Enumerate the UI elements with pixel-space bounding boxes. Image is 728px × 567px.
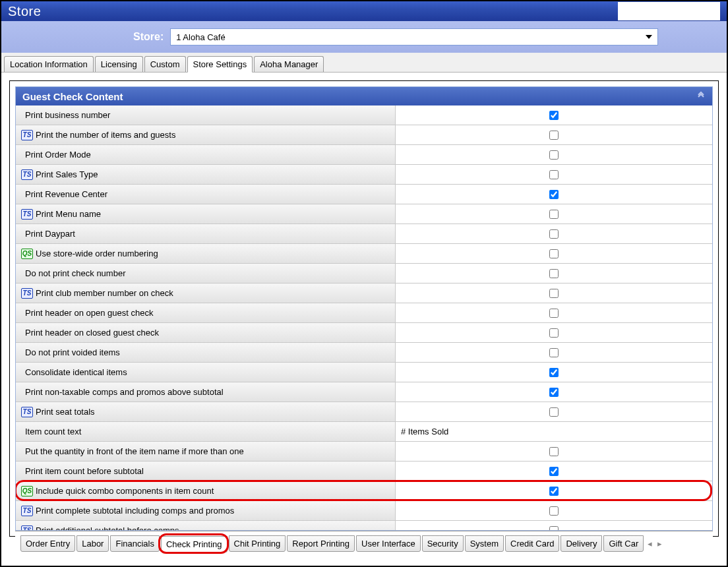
setting-value-cell — [396, 165, 712, 184]
tab-scroll-left-icon[interactable]: ◂ — [645, 539, 655, 549]
bottom-tab-check-printing[interactable]: Check Printing — [161, 536, 228, 552]
setting-label-cell: TSPrint the number of items and guests — [16, 125, 396, 144]
setting-row: Print Revenue Center — [16, 185, 712, 204]
setting-row: Do not print voided items — [16, 343, 712, 363]
top-tabbar: Location InformationLicensingCustomStore… — [1, 53, 727, 73]
setting-checkbox[interactable] — [549, 526, 559, 531]
setting-checkbox[interactable] — [549, 407, 559, 417]
setting-checkbox[interactable] — [549, 229, 559, 239]
setting-checkbox[interactable] — [549, 328, 559, 338]
setting-value-cell — [396, 402, 712, 421]
setting-value-cell — [396, 382, 712, 402]
setting-label-text: Print item count before subtotal — [25, 466, 144, 476]
bottom-tab-report-printing[interactable]: Report Printing — [287, 535, 355, 552]
setting-value-cell — [396, 442, 712, 461]
setting-label-text: Print business number — [25, 110, 110, 120]
top-tab-store-settings[interactable]: Store Settings — [187, 56, 253, 73]
setting-value-cell — [396, 105, 712, 125]
setting-checkbox[interactable] — [549, 487, 559, 496]
bottom-tab-financials[interactable]: Financials — [110, 535, 160, 552]
bottom-tab-system[interactable]: System — [465, 535, 504, 552]
setting-value-cell — [396, 343, 712, 362]
setting-checkbox[interactable] — [549, 150, 559, 160]
setting-checkbox[interactable] — [549, 467, 559, 476]
setting-checkbox[interactable] — [549, 269, 559, 278]
bottom-tab-security[interactable]: Security — [422, 535, 464, 552]
section-title: Guest Check Content — [22, 91, 123, 102]
setting-label-cell: Consolidate identical items — [16, 363, 396, 382]
setting-checkbox[interactable] — [549, 348, 559, 357]
setting-label-text: Item count text — [25, 427, 81, 436]
setting-row: TSPrint Sales Type — [16, 165, 712, 185]
setting-checkbox[interactable] — [549, 447, 559, 456]
setting-label-cell: Print non-taxable comps and promos above… — [16, 382, 396, 402]
bottom-tab-delivery[interactable]: Delivery — [561, 535, 602, 552]
setting-label-cell: Print header on closed guest check — [16, 323, 396, 342]
bottom-tab-chit-printing[interactable]: Chit Printing — [229, 535, 286, 552]
setting-label-text: Use store-wide order numbering — [36, 249, 158, 258]
store-label: Store: — [133, 31, 164, 43]
setting-label-cell: Put the quantity in front of the item na… — [16, 442, 396, 461]
setting-value-cell — [396, 284, 712, 303]
setting-checkbox[interactable] — [549, 388, 559, 397]
top-tab-aloha-manager[interactable]: Aloha Manager — [254, 56, 324, 72]
setting-row: TSPrint additional subtotal before comps — [16, 521, 712, 530]
setting-checkbox[interactable] — [549, 368, 559, 377]
qs-icon: QS — [21, 249, 33, 259]
setting-label-text: Consolidate identical items — [25, 367, 127, 377]
setting-label-cell: Print business number — [16, 105, 396, 125]
setting-row: TSPrint complete subtotal including comp… — [16, 501, 712, 521]
bottom-tab-gift-car[interactable]: Gift Car — [603, 535, 644, 552]
store-dropdown-value: 1 Aloha Café — [176, 32, 225, 42]
setting-checkbox[interactable] — [549, 289, 559, 298]
setting-checkbox[interactable] — [549, 131, 559, 140]
setting-checkbox[interactable] — [549, 170, 559, 179]
ts-icon: TS — [21, 169, 33, 180]
setting-row: Print Daypart — [16, 224, 712, 244]
setting-label-text: Print Menu name — [36, 209, 101, 219]
setting-label-cell: QSUse store-wide order numbering — [16, 244, 396, 263]
bottom-tab-labor[interactable]: Labor — [76, 535, 109, 552]
setting-checkbox[interactable] — [549, 506, 559, 516]
setting-row: Item count text# Items Sold — [16, 422, 712, 442]
setting-label-text: Put the quantity in front of the item na… — [25, 446, 244, 456]
bottom-tab-credit-card[interactable]: Credit Card — [505, 535, 559, 552]
collapse-icon[interactable] — [696, 91, 706, 102]
store-dropdown[interactable]: 1 Aloha Café — [170, 28, 658, 45]
ts-icon: TS — [21, 407, 33, 417]
setting-text-value[interactable]: # Items Sold — [401, 427, 448, 436]
setting-checkbox[interactable] — [549, 210, 559, 219]
setting-value-cell — [396, 521, 712, 530]
setting-checkbox[interactable] — [549, 111, 559, 120]
bottom-tab-user-interface[interactable]: User Interface — [356, 535, 421, 552]
settings-grid[interactable]: Print business numberTSPrint the number … — [16, 105, 712, 530]
setting-label-text: Print header on closed guest check — [25, 328, 159, 338]
title-text: Store — [8, 4, 41, 19]
top-tab-custom[interactable]: Custom — [144, 56, 186, 72]
tab-scroll-right-icon[interactable]: ▸ — [655, 539, 665, 549]
setting-label-cell: TSPrint seat totals — [16, 402, 396, 421]
setting-label-text: Print header on open guest check — [25, 308, 153, 318]
setting-label-cell: TSPrint Sales Type — [16, 165, 396, 184]
setting-label-cell: Print header on open guest check — [16, 303, 396, 322]
setting-value-cell — [396, 145, 712, 164]
setting-row: Print Order Mode — [16, 145, 712, 165]
setting-checkbox[interactable] — [549, 249, 559, 258]
setting-label-cell: Print Daypart — [16, 224, 396, 243]
setting-label-text: Print the number of items and guests — [36, 130, 175, 140]
top-tab-licensing[interactable]: Licensing — [95, 56, 143, 72]
bottom-tab-order-entry[interactable]: Order Entry — [20, 535, 75, 552]
setting-label-text: Print non-taxable comps and promos above… — [25, 387, 224, 397]
setting-value-cell — [396, 501, 712, 520]
setting-checkbox[interactable] — [549, 190, 559, 199]
setting-label-text: Print seat totals — [36, 407, 95, 417]
section-header[interactable]: Guest Check Content — [16, 87, 712, 105]
setting-label-text: Include quick combo components in item c… — [36, 486, 214, 496]
setting-value-cell: # Items Sold — [396, 422, 712, 441]
setting-label-cell: TSPrint club member number on check — [16, 284, 396, 303]
setting-label-cell: Do not print voided items — [16, 343, 396, 362]
setting-row: Print non-taxable comps and promos above… — [16, 382, 712, 402]
setting-checkbox[interactable] — [549, 309, 559, 318]
setting-label-text: Print Sales Type — [36, 169, 98, 179]
top-tab-location-information[interactable]: Location Information — [4, 56, 94, 72]
